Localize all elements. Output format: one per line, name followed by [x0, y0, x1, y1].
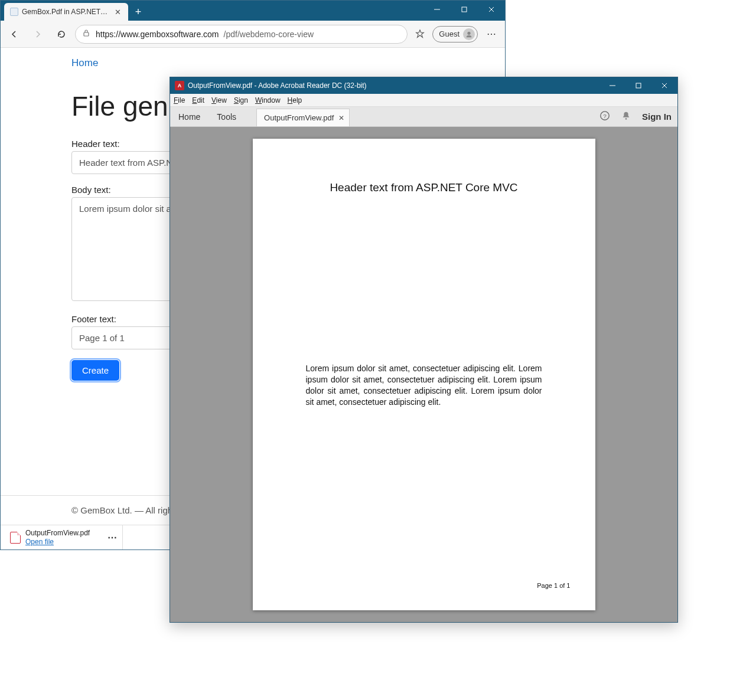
address-bar[interactable]: https://www.gemboxsoftware.com/pdf/webde… — [75, 25, 408, 44]
download-file-name: OutputFromView.pdf — [25, 529, 90, 537]
help-icon[interactable]: ? — [599, 110, 610, 123]
profile-avatar-icon — [463, 28, 475, 40]
menu-help[interactable]: Help — [288, 96, 302, 104]
svg-rect-7 — [636, 83, 641, 88]
lock-icon — [82, 28, 91, 40]
profile-label: Guest — [439, 30, 460, 38]
page-favicon — [10, 8, 18, 16]
acrobat-document-tab[interactable]: OutputFromView.pdf ✕ — [256, 109, 350, 126]
menu-view[interactable]: View — [211, 96, 227, 104]
pdf-page: Header text from ASP.NET Core MVC Lorem … — [253, 139, 595, 610]
acrobat-menubar: File Edit View Sign Window Help — [170, 94, 677, 107]
favorite-button[interactable] — [411, 25, 429, 43]
menu-file[interactable]: File — [174, 96, 185, 104]
acrobat-close-button[interactable] — [651, 77, 677, 94]
back-button[interactable] — [4, 24, 24, 44]
star-plus-icon — [415, 29, 425, 40]
acrobat-tools-tab[interactable]: Tools — [208, 107, 245, 126]
svg-point-12 — [625, 118, 627, 120]
acrobat-title: OutputFromView.pdf - Adobe Acrobat Reade… — [188, 81, 367, 90]
acrobat-document-tab-label: OutputFromView.pdf — [264, 113, 334, 122]
menu-sign[interactable]: Sign — [234, 96, 248, 104]
new-tab-button[interactable]: + — [131, 4, 146, 19]
download-more-button[interactable]: ⋯ — [107, 532, 118, 543]
create-button[interactable]: Create — [71, 360, 119, 381]
browser-tab[interactable]: GemBox.Pdf in ASP.NET Core MV ✕ — [4, 3, 128, 21]
menu-window[interactable]: Window — [255, 96, 281, 104]
tab-close-icon[interactable]: ✕ — [112, 8, 123, 17]
acrobat-tab-close-icon[interactable]: ✕ — [338, 114, 344, 122]
minimize-button[interactable] — [423, 1, 451, 18]
acrobat-canvas[interactable]: Header text from ASP.NET Core MVC Lorem … — [170, 127, 677, 622]
acrobat-tabbar: Home Tools OutputFromView.pdf ✕ ? Sign I… — [170, 107, 677, 127]
acrobat-app-icon: A — [175, 81, 184, 90]
svg-text:?: ? — [603, 113, 607, 119]
pdf-header-text: Header text from ASP.NET Core MVC — [306, 181, 542, 194]
arrow-left-icon — [9, 30, 19, 39]
acrobat-window: A OutputFromView.pdf - Adobe Acrobat Rea… — [170, 77, 678, 623]
acrobat-window-controls — [599, 77, 677, 94]
svg-rect-1 — [462, 7, 467, 12]
pdf-file-icon — [10, 532, 21, 544]
acrobat-right-tools: ? Sign In — [599, 107, 672, 126]
browser-titlebar: GemBox.Pdf in ASP.NET Core MV ✕ + — [1, 1, 505, 21]
tab-title: GemBox.Pdf in ASP.NET Core MV — [22, 8, 109, 16]
close-icon — [660, 81, 669, 90]
close-window-button[interactable] — [478, 1, 505, 18]
pdf-footer-text: Page 1 of 1 — [537, 582, 570, 589]
menu-edit[interactable]: Edit — [192, 96, 204, 104]
profile-button[interactable]: Guest — [432, 26, 478, 42]
reload-icon — [57, 30, 66, 39]
maximize-icon — [460, 5, 469, 14]
minimize-icon — [432, 5, 442, 14]
acrobat-maximize-button[interactable] — [625, 77, 651, 94]
close-icon — [487, 5, 496, 14]
maximize-button[interactable] — [451, 1, 478, 18]
sign-in-button[interactable]: Sign In — [642, 112, 672, 122]
browser-toolbar: https://www.gemboxsoftware.com/pdf/webde… — [1, 21, 505, 48]
bell-icon[interactable] — [621, 110, 631, 123]
pdf-body-text: Lorem ipsum dolor sit amet, consectetuer… — [306, 363, 542, 408]
download-open-link[interactable]: Open file — [25, 538, 90, 546]
browser-menu-button[interactable]: ⋯ — [481, 24, 501, 44]
acrobat-titlebar: A OutputFromView.pdf - Adobe Acrobat Rea… — [170, 77, 677, 94]
maximize-icon — [634, 81, 643, 90]
arrow-right-icon — [33, 30, 43, 39]
url-host: https://www.gemboxsoftware.com — [96, 30, 219, 39]
window-controls — [423, 1, 505, 18]
download-item[interactable]: OutputFromView.pdf Open file ⋯ — [5, 525, 123, 549]
reload-button[interactable] — [51, 24, 71, 44]
svg-point-5 — [467, 31, 470, 34]
url-path: /pdf/webdemo-core-view — [224, 30, 314, 39]
svg-rect-4 — [84, 32, 89, 36]
acrobat-minimize-button[interactable] — [599, 77, 625, 94]
minimize-icon — [608, 81, 617, 90]
acrobat-home-tab[interactable]: Home — [170, 107, 208, 126]
forward-button[interactable] — [28, 24, 48, 44]
home-link[interactable]: Home — [71, 57, 98, 68]
